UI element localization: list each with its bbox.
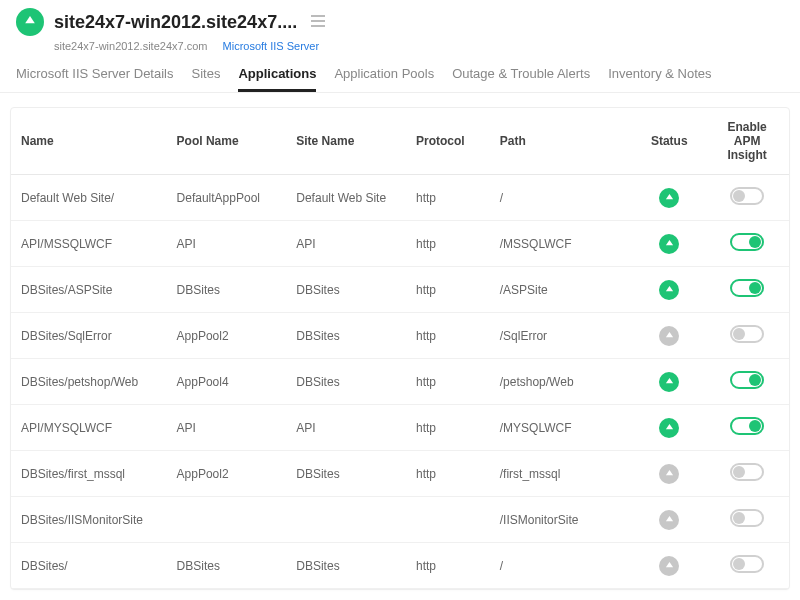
server-status-icon bbox=[16, 8, 44, 36]
cell-site bbox=[286, 497, 406, 543]
table-row: Default Web Site/DefaultAppPoolDefault W… bbox=[11, 175, 789, 221]
cell-site: DBSites bbox=[286, 543, 406, 589]
cell-apm bbox=[705, 221, 789, 267]
apm-toggle[interactable] bbox=[730, 417, 764, 435]
cell-status bbox=[633, 175, 705, 221]
cell-name: API/MYSQLWCF bbox=[11, 405, 167, 451]
cell-status bbox=[633, 313, 705, 359]
cell-pool: DBSites bbox=[167, 267, 287, 313]
apm-toggle[interactable] bbox=[730, 279, 764, 297]
cell-status bbox=[633, 451, 705, 497]
col-name[interactable]: Name bbox=[11, 108, 167, 175]
apm-toggle[interactable] bbox=[730, 233, 764, 251]
col-apm[interactable]: Enable APM Insight bbox=[705, 108, 789, 175]
cell-name: Default Web Site/ bbox=[11, 175, 167, 221]
cell-name: DBSites/SqlError bbox=[11, 313, 167, 359]
cell-protocol: http bbox=[406, 221, 490, 267]
status-up-icon bbox=[659, 188, 679, 208]
cell-path: /ASPSite bbox=[490, 267, 634, 313]
apm-toggle[interactable] bbox=[730, 555, 764, 573]
apm-toggle[interactable] bbox=[730, 463, 764, 481]
page-menu-icon[interactable] bbox=[311, 13, 325, 31]
cell-path: /MYSQLWCF bbox=[490, 405, 634, 451]
col-status[interactable]: Status bbox=[633, 108, 705, 175]
table-row: DBSites/IISMonitorSite/IISMonitorSite bbox=[11, 497, 789, 543]
status-up-icon bbox=[659, 234, 679, 254]
cell-site: Default Web Site bbox=[286, 175, 406, 221]
cell-apm bbox=[705, 405, 789, 451]
cell-status bbox=[633, 221, 705, 267]
cell-apm bbox=[705, 267, 789, 313]
cell-pool: AppPool4 bbox=[167, 359, 287, 405]
tab-application-pools[interactable]: Application Pools bbox=[334, 60, 434, 92]
cell-path: /SqlError bbox=[490, 313, 634, 359]
table-row: DBSites/DBSitesDBSiteshttp/ bbox=[11, 543, 789, 589]
table-row: DBSites/petshop/WebAppPool4DBSiteshttp/p… bbox=[11, 359, 789, 405]
apm-toggle[interactable] bbox=[730, 325, 764, 343]
cell-status bbox=[633, 359, 705, 405]
tab-inventory-notes[interactable]: Inventory & Notes bbox=[608, 60, 711, 92]
cell-status bbox=[633, 543, 705, 589]
status-down-icon bbox=[659, 510, 679, 530]
cell-pool: AppPool2 bbox=[167, 313, 287, 359]
cell-protocol: http bbox=[406, 405, 490, 451]
cell-path: /petshop/Web bbox=[490, 359, 634, 405]
cell-pool: API bbox=[167, 221, 287, 267]
apm-toggle[interactable] bbox=[730, 371, 764, 389]
col-pool[interactable]: Pool Name bbox=[167, 108, 287, 175]
table-row: DBSites/ASPSiteDBSitesDBSiteshttp/ASPSit… bbox=[11, 267, 789, 313]
apm-toggle[interactable] bbox=[730, 509, 764, 527]
cell-site: API bbox=[286, 221, 406, 267]
cell-apm bbox=[705, 497, 789, 543]
table-row: API/MYSQLWCFAPIAPIhttp/MYSQLWCF bbox=[11, 405, 789, 451]
tabs: Microsoft IIS Server DetailsSitesApplica… bbox=[0, 60, 800, 93]
status-down-icon bbox=[659, 326, 679, 346]
cell-pool bbox=[167, 497, 287, 543]
cell-apm bbox=[705, 451, 789, 497]
tab-applications[interactable]: Applications bbox=[238, 60, 316, 92]
cell-name: DBSites/ASPSite bbox=[11, 267, 167, 313]
cell-site: DBSites bbox=[286, 359, 406, 405]
table-row: DBSites/first_mssqlAppPool2DBSiteshttp/f… bbox=[11, 451, 789, 497]
cell-name: DBSites/first_mssql bbox=[11, 451, 167, 497]
page-title: site24x7-win2012.site24x7.... bbox=[54, 12, 297, 33]
cell-site: DBSites bbox=[286, 451, 406, 497]
cell-path: /MSSQLWCF bbox=[490, 221, 634, 267]
breadcrumb-host: site24x7-win2012.site24x7.com bbox=[54, 40, 207, 52]
cell-protocol: http bbox=[406, 175, 490, 221]
cell-apm bbox=[705, 313, 789, 359]
col-site[interactable]: Site Name bbox=[286, 108, 406, 175]
cell-protocol: http bbox=[406, 451, 490, 497]
col-protocol[interactable]: Protocol bbox=[406, 108, 490, 175]
tab-outage-trouble-alerts[interactable]: Outage & Trouble Alerts bbox=[452, 60, 590, 92]
table-row: DBSites/SqlErrorAppPool2DBSiteshttp/SqlE… bbox=[11, 313, 789, 359]
table-row: API/MSSQLWCFAPIAPIhttp/MSSQLWCF bbox=[11, 221, 789, 267]
status-down-icon bbox=[659, 464, 679, 484]
cell-pool: DefaultAppPool bbox=[167, 175, 287, 221]
svg-rect-0 bbox=[311, 15, 325, 17]
cell-path: /first_mssql bbox=[490, 451, 634, 497]
cell-status bbox=[633, 267, 705, 313]
status-down-icon bbox=[659, 556, 679, 576]
cell-pool: AppPool2 bbox=[167, 451, 287, 497]
tab-sites[interactable]: Sites bbox=[192, 60, 221, 92]
cell-pool: API bbox=[167, 405, 287, 451]
cell-name: DBSites/IISMonitorSite bbox=[11, 497, 167, 543]
breadcrumb: site24x7-win2012.site24x7.com Microsoft … bbox=[54, 40, 784, 52]
cell-path: /IISMonitorSite bbox=[490, 497, 634, 543]
cell-status bbox=[633, 497, 705, 543]
status-up-icon bbox=[659, 280, 679, 300]
tab-microsoft-iis-server-details[interactable]: Microsoft IIS Server Details bbox=[16, 60, 174, 92]
cell-protocol bbox=[406, 497, 490, 543]
cell-protocol: http bbox=[406, 359, 490, 405]
cell-protocol: http bbox=[406, 267, 490, 313]
apm-toggle[interactable] bbox=[730, 187, 764, 205]
col-path[interactable]: Path bbox=[490, 108, 634, 175]
cell-name: DBSites/ bbox=[11, 543, 167, 589]
breadcrumb-link[interactable]: Microsoft IIS Server bbox=[223, 40, 320, 52]
cell-pool: DBSites bbox=[167, 543, 287, 589]
applications-table: Name Pool Name Site Name Protocol Path S… bbox=[11, 108, 789, 589]
cell-status bbox=[633, 405, 705, 451]
cell-apm bbox=[705, 359, 789, 405]
svg-rect-2 bbox=[311, 25, 325, 27]
